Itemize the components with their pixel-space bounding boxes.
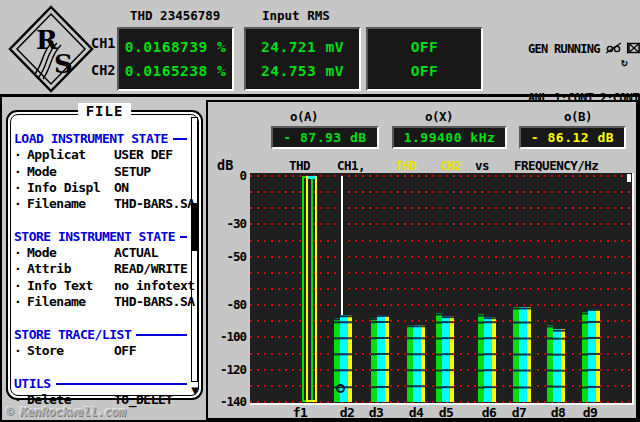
bar-overlap-d8 (553, 329, 561, 402)
header-bar: R S THD 23456789 Input RMS CH1 CH2 0.016… (0, 0, 640, 97)
plot-right-edge-marker (627, 174, 631, 182)
y-tick-label: -80 (208, 297, 246, 312)
refresh-icon: ↻ (621, 56, 628, 69)
menu-item-label: Store (27, 343, 64, 358)
rms-meter-title: Input RMS (262, 8, 330, 23)
x-tick-label: d3 (369, 405, 384, 420)
aux-ch1-value: OFF (411, 40, 439, 54)
x-tick-label: d6 (482, 405, 497, 420)
cursor-x-label: o(X) (425, 109, 453, 124)
bar-overlap-d6 (484, 317, 492, 402)
menu-item-label: Mode (27, 245, 56, 260)
file-panel: FILE LOAD INSTRUMENT STATE·ApplicatUSER … (6, 110, 203, 400)
cursor-x-readout: 1.99400 kHz (392, 126, 507, 149)
menu-item-value[interactable]: ON (114, 180, 129, 195)
menu-item-value[interactable]: THD-BARS.SA (114, 294, 195, 309)
menu-item[interactable]: ·Info Textno infotext (14, 278, 189, 294)
rms-meter-display: 24.721 mV 24.753 mV (244, 27, 361, 91)
menu-item-bullet: · (14, 164, 27, 179)
bar-overlap-d3 (377, 315, 385, 402)
menu-item[interactable]: ·AttribREAD/WRITE (14, 261, 189, 277)
watermark: © KenRockwell.com (6, 404, 125, 419)
bar-ch2-d4 (421, 325, 425, 402)
bar-overlap-d7 (519, 307, 527, 402)
menu-item[interactable]: ·ModeSETUP (14, 164, 189, 180)
y-tick-label: -100 (208, 329, 246, 344)
x-tick-label: f1 (293, 405, 308, 420)
menu-item-bullet: · (14, 261, 27, 276)
menu-item[interactable]: ·ModeACTUAL (14, 245, 189, 261)
menu-item-value[interactable]: ACTUAL (114, 245, 158, 260)
bar-overlap-d4 (413, 325, 421, 402)
menu-item-label: Filename (27, 294, 86, 309)
logo-letter-s: S (54, 49, 73, 79)
cursor-a-readout: - 87.93 dB (271, 126, 379, 149)
menu-item[interactable]: ·StoreOFF (14, 343, 189, 359)
plot-area (250, 173, 634, 405)
menu-section-header: UTILS (14, 376, 189, 392)
menu-section-header: STORE INSTRUMENT STATE (14, 229, 189, 245)
menu-item-bullet: · (14, 180, 27, 195)
menu-item-label: Applicat (27, 147, 86, 162)
legend-vs: vs (475, 158, 489, 173)
menu-item-bullet: · (14, 343, 27, 358)
bar-ch2-d8 (561, 329, 565, 402)
menu-item-value[interactable]: OFF (114, 343, 136, 358)
x-tick-label: d9 (583, 405, 598, 420)
thd-meter-title: THD 23456789 (130, 8, 220, 23)
y-tick-label: -50 (208, 249, 246, 264)
menu-section-header-text: STORE INSTRUMENT STATE (14, 229, 175, 245)
menu-item-bullet: · (14, 147, 27, 162)
menu-item-label: Info Displ (27, 180, 100, 195)
aux-ch2-value: OFF (411, 64, 439, 78)
menu-section-header-text: STORE TRACE/LIST (14, 327, 131, 343)
instrument-screen: R S THD 23456789 Input RMS CH1 CH2 0.016… (0, 0, 640, 422)
menu-item-bullet: · (14, 278, 27, 293)
menu-section-header: LOAD INSTRUMENT STATE (14, 131, 189, 147)
ch2-label: CH2 (91, 62, 115, 78)
rms-ch1-value: 24.721 mV (261, 40, 344, 54)
legend-trace1-channel: CH1, (337, 158, 365, 173)
menu-header-rule (56, 383, 187, 392)
menu-item-value[interactable]: USER DEF (114, 147, 173, 162)
bar-ch2-d9 (596, 309, 600, 402)
menu-item[interactable]: ·FilenameTHD-BARS.SA (14, 294, 189, 310)
bar-ch2-d5 (450, 316, 454, 402)
bar-f1-overlap-cap (308, 176, 315, 179)
menu-item-bullet: · (14, 294, 27, 309)
legend-trace2-name: THD (395, 158, 416, 173)
menu-section-header-text: UTILS (14, 376, 51, 392)
menu-item-value[interactable]: READ/WRITE (114, 261, 187, 276)
display-off-icon (627, 42, 640, 58)
legend-trace1-name: THD (289, 158, 310, 173)
menu-section-header: STORE TRACE/LIST (14, 327, 189, 343)
menu-item-label: Attrib (27, 261, 71, 276)
bar-ch2-d7 (527, 307, 531, 402)
cursor-b-label: o(B) (564, 109, 592, 124)
menu-item[interactable]: ·ApplicatUSER DEF (14, 147, 189, 163)
menu-item-bullet: · (14, 196, 27, 211)
file-panel-scrollbar[interactable] (191, 117, 198, 382)
rms-ch2-value: 24.753 mV (261, 64, 344, 78)
menu-item-label: Filename (27, 196, 86, 211)
bar-ch2-d2 (348, 315, 352, 402)
menu-item-value[interactable]: SETUP (114, 164, 151, 179)
ch1-label: CH1 (91, 35, 115, 51)
speaker-off-icon (606, 42, 621, 58)
y-tick-label: -120 (208, 362, 246, 377)
menu-item-value[interactable]: no infotext (114, 278, 195, 293)
thd-ch1-value: 0.0168739 % (125, 40, 227, 54)
thd-meter-display: 0.0168739 % 0.0165238 % (117, 27, 234, 91)
menu-item[interactable]: ·FilenameTHD-BARS.SA (14, 196, 189, 212)
menu-item[interactable]: ·Info DisplON (14, 180, 189, 196)
menu-header-rule (136, 334, 187, 343)
graph-panel: o(A) o(X) o(B) - 87.93 dB 1.99400 kHz - … (206, 100, 638, 420)
cursor-circle-marker[interactable] (336, 384, 345, 393)
x-tick-label: d2 (340, 405, 355, 420)
bar-f1-ch2 (306, 176, 317, 402)
y-tick-label: -30 (208, 216, 246, 231)
scrollbar-thumb[interactable] (192, 203, 197, 251)
bar-overlap-d9 (588, 309, 596, 402)
menu-item-value[interactable]: THD-BARS.SA (114, 196, 195, 211)
scroll-down-icon[interactable]: ▼ (191, 385, 199, 396)
